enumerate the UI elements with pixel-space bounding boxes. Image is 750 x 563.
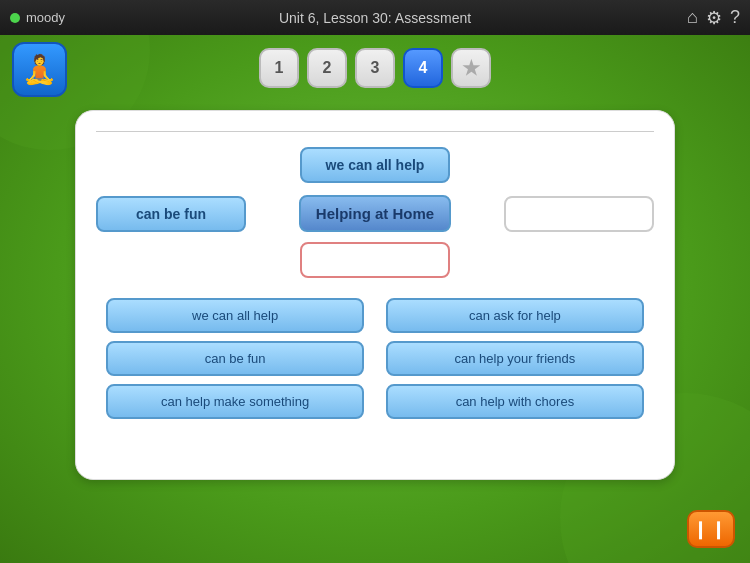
right-answer-slot[interactable] bbox=[504, 196, 654, 232]
word-btn-can-ask-for-help[interactable]: can ask for help bbox=[386, 298, 644, 333]
avatar-button[interactable]: 🧘 bbox=[12, 42, 67, 97]
step-3-button[interactable]: 3 bbox=[355, 48, 395, 88]
word-bank: we can all help can be fun can help make… bbox=[96, 298, 654, 419]
word-btn-we-can-all-help[interactable]: we can all help bbox=[106, 298, 364, 333]
help-icon[interactable]: ? bbox=[730, 7, 740, 28]
moody-label: moody bbox=[26, 10, 65, 25]
left-answer-slot[interactable]: can be fun bbox=[96, 196, 246, 232]
three-slots-row: can be fun Helping at Home bbox=[96, 195, 654, 232]
home-icon[interactable]: ⌂ bbox=[687, 7, 698, 28]
word-btn-can-help-make-something[interactable]: can help make something bbox=[106, 384, 364, 419]
bottom-answer-slot[interactable] bbox=[300, 242, 450, 278]
avatar-icon: 🧘 bbox=[22, 53, 57, 86]
word-btn-can-be-fun[interactable]: can be fun bbox=[106, 341, 364, 376]
moody-dot bbox=[10, 13, 20, 23]
word-bank-right: can ask for help can help your friends c… bbox=[386, 298, 644, 419]
pause-icon: ❙❙ bbox=[693, 518, 729, 540]
top-answer-slot[interactable]: we can all help bbox=[300, 147, 450, 183]
top-slot-row: we can all help bbox=[96, 147, 654, 183]
word-btn-can-help-your-friends[interactable]: can help your friends bbox=[386, 341, 644, 376]
word-btn-can-help-with-chores[interactable]: can help with chores bbox=[386, 384, 644, 419]
gear-icon[interactable]: ⚙ bbox=[706, 7, 722, 29]
moody-logo[interactable]: moody bbox=[10, 10, 65, 25]
center-answer-slot[interactable]: Helping at Home bbox=[299, 195, 451, 232]
bottom-slot-row bbox=[96, 242, 654, 278]
page-title: Unit 6, Lesson 30: Assessment bbox=[279, 10, 471, 26]
top-bar: moody Unit 6, Lesson 30: Assessment ⌂ ⚙ … bbox=[0, 0, 750, 35]
card-divider bbox=[96, 131, 654, 132]
step-1-button[interactable]: 1 bbox=[259, 48, 299, 88]
pause-button[interactable]: ❙❙ bbox=[687, 510, 735, 548]
steps-row: 1 2 3 4 ★ bbox=[259, 48, 491, 88]
main-card: we can all help can be fun Helping at Ho… bbox=[75, 110, 675, 480]
step-2-button[interactable]: 2 bbox=[307, 48, 347, 88]
step-star-button[interactable]: ★ bbox=[451, 48, 491, 88]
step-4-button[interactable]: 4 bbox=[403, 48, 443, 88]
top-icons: ⌂ ⚙ ? bbox=[687, 7, 740, 29]
word-bank-left: we can all help can be fun can help make… bbox=[106, 298, 364, 419]
